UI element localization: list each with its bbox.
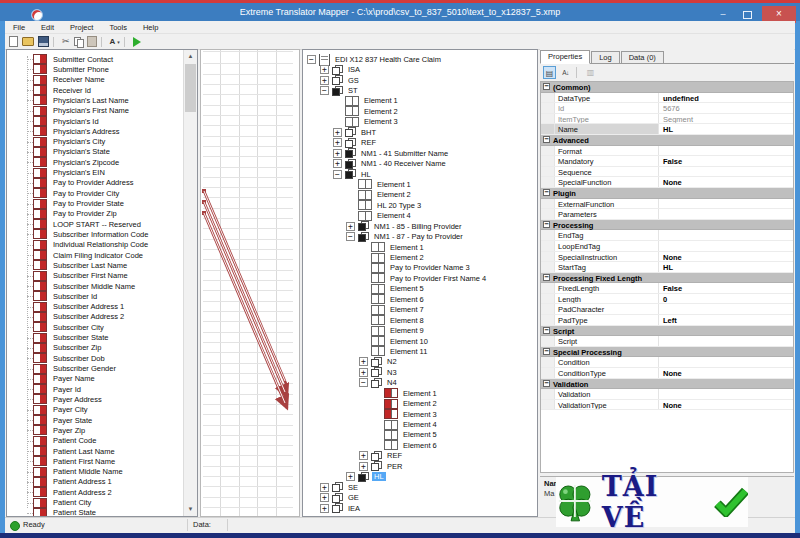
edi-tree-item[interactable]: Element 1: [303, 179, 537, 189]
edi-tree-item[interactable]: Element 11: [303, 346, 537, 356]
edi-tree-item[interactable]: +N3: [303, 367, 537, 377]
expand-icon[interactable]: +: [320, 493, 329, 502]
source-field-item[interactable]: Patient Code: [7, 436, 184, 446]
source-field-item[interactable]: Payer Name: [7, 374, 184, 384]
expand-icon[interactable]: +: [333, 159, 342, 168]
paste-button[interactable]: [87, 37, 97, 47]
property-row[interactable]: Validation: [541, 389, 793, 400]
edi-tree-item[interactable]: Element 10: [303, 336, 537, 346]
property-value[interactable]: [659, 357, 793, 367]
expand-icon[interactable]: +: [333, 138, 342, 147]
edi-tree-item[interactable]: Element 1: [303, 96, 537, 106]
open-file-button[interactable]: [22, 37, 34, 47]
property-row[interactable]: Length0: [541, 294, 793, 305]
source-field-item[interactable]: Patient First Name: [7, 456, 184, 466]
edi-tree-item[interactable]: +HL: [303, 472, 537, 482]
source-field-item[interactable]: Payer City: [7, 405, 184, 415]
edi-tree-item[interactable]: Element 5: [303, 284, 537, 294]
property-category-row[interactable]: −Processing Fixed Length: [541, 273, 793, 284]
source-field-item[interactable]: Payer Id: [7, 384, 184, 394]
collapse-icon[interactable]: −: [320, 86, 329, 95]
property-row[interactable]: DataTypeundefined: [541, 93, 793, 104]
source-field-item[interactable]: Physician's City: [7, 137, 184, 147]
property-value[interactable]: undefined: [659, 93, 793, 103]
tab-properties[interactable]: Properties: [540, 50, 590, 64]
source-field-item[interactable]: Subscriber Middle Name: [7, 281, 184, 291]
edi-tree-item[interactable]: +REF: [303, 138, 537, 148]
property-value[interactable]: [659, 199, 793, 209]
edi-tree-item[interactable]: +SE: [303, 482, 537, 492]
property-category-row[interactable]: −(Common): [541, 82, 793, 93]
property-row[interactable]: ExternalFunction: [541, 199, 793, 210]
alphabetical-sort-icon[interactable]: A↓: [559, 66, 572, 79]
property-value[interactable]: [659, 230, 793, 240]
edi-tree-item[interactable]: Element 2: [303, 398, 537, 408]
collapse-icon[interactable]: −: [543, 348, 550, 355]
edi-tree-item[interactable]: Element 2: [303, 252, 537, 262]
property-value[interactable]: [659, 389, 793, 399]
property-row[interactable]: ValidationTypeNone: [541, 400, 793, 411]
collapse-icon[interactable]: −: [543, 221, 550, 228]
edi-tree-item[interactable]: +GS: [303, 75, 537, 85]
scroll-down-arrow[interactable]: ▼: [184, 503, 197, 516]
property-value[interactable]: [659, 336, 793, 346]
property-value[interactable]: [659, 209, 793, 219]
edi-tree-item[interactable]: Element 3: [303, 409, 537, 419]
collapse-icon[interactable]: −: [543, 327, 550, 334]
property-value[interactable]: HL: [659, 262, 793, 272]
property-row[interactable]: PadCharacter: [541, 304, 793, 315]
edi-tree-item[interactable]: Element 3: [303, 117, 537, 127]
property-row[interactable]: Sequence: [541, 167, 793, 178]
edi-tree-item[interactable]: −N4: [303, 378, 537, 388]
edi-tree-item[interactable]: −ST: [303, 85, 537, 95]
source-field-item[interactable]: Submitter Phone: [7, 64, 184, 74]
source-field-item[interactable]: Patient State: [7, 508, 184, 516]
save-button[interactable]: [38, 37, 49, 47]
source-field-item[interactable]: Subscriber Address 2: [7, 312, 184, 322]
source-field-item[interactable]: Physician's Last Name: [7, 95, 184, 105]
property-category-row[interactable]: −Validation: [541, 379, 793, 390]
edi-tree-item[interactable]: Element 8: [303, 315, 537, 325]
mapping-canvas[interactable]: [200, 49, 300, 517]
expand-icon[interactable]: +: [333, 149, 342, 158]
edi-tree-item[interactable]: +PER: [303, 461, 537, 471]
source-field-item[interactable]: Patient Address 1: [7, 477, 184, 487]
edi-tree-item[interactable]: Element 6: [303, 294, 537, 304]
edi-tree-item[interactable]: +NM1 - 40 Receiver Name: [303, 158, 537, 168]
source-field-item[interactable]: Physician's Address: [7, 126, 184, 136]
property-category-row[interactable]: −Script: [541, 326, 793, 337]
property-row[interactable]: Format: [541, 146, 793, 157]
source-field-item[interactable]: Subscriber Address 1: [7, 302, 184, 312]
collapse-icon[interactable]: −: [543, 83, 550, 90]
property-row[interactable]: Condition: [541, 357, 793, 368]
source-field-item[interactable]: Physician's Id: [7, 116, 184, 126]
source-field-item[interactable]: Physician's State: [7, 147, 184, 157]
edi-tree-item[interactable]: +NM1 - 85 - Billing Provider: [303, 221, 537, 231]
collapse-icon[interactable]: −: [543, 136, 550, 143]
collapse-icon[interactable]: −: [543, 274, 550, 281]
property-value[interactable]: [659, 304, 793, 314]
collapse-icon[interactable]: −: [346, 232, 355, 241]
source-field-item[interactable]: Physician's First Name: [7, 106, 184, 116]
vertical-scrollbar[interactable]: ▲ ▼: [183, 50, 197, 516]
expand-icon[interactable]: +: [359, 357, 368, 366]
source-field-item[interactable]: Patient Middle Name: [7, 467, 184, 477]
edi-tree-item[interactable]: Element 4: [303, 211, 537, 221]
expand-icon[interactable]: +: [333, 128, 342, 137]
property-row[interactable]: StartTagHL: [541, 262, 793, 273]
property-row[interactable]: Parameters: [541, 209, 793, 220]
source-field-item[interactable]: Patient Address 2: [7, 487, 184, 497]
collapse-icon[interactable]: −: [543, 189, 550, 196]
source-field-item[interactable]: Pay to Provider State: [7, 198, 184, 208]
source-field-item[interactable]: Patient City: [7, 497, 184, 507]
edi-tree-item[interactable]: Element 2: [303, 106, 537, 116]
source-field-item[interactable]: Subscriber Zip: [7, 343, 184, 353]
property-value[interactable]: None: [659, 400, 793, 410]
source-field-item[interactable]: Submitter Contact: [7, 54, 184, 64]
edi-tree-item[interactable]: +REF: [303, 451, 537, 461]
edi-tree-item[interactable]: +ISA: [303, 64, 537, 74]
property-value[interactable]: HL: [659, 124, 793, 134]
property-row[interactable]: Id5676: [541, 103, 793, 114]
source-field-item[interactable]: Pay to Provider Address: [7, 178, 184, 188]
copy-button[interactable]: [74, 37, 83, 47]
